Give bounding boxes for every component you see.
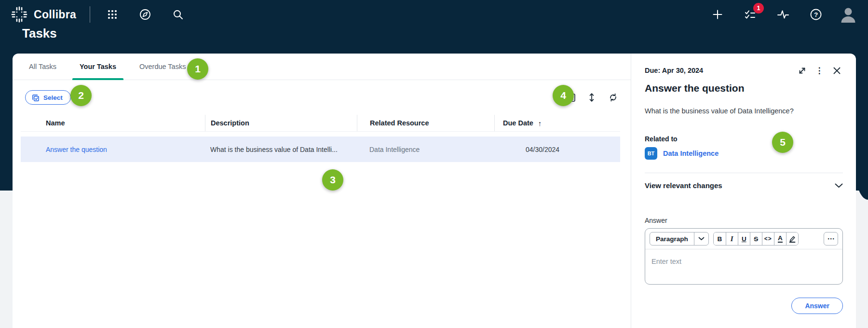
task-detail-panel: Due: Apr 30, 2024 ⋮ (631, 54, 856, 328)
column-header-name[interactable]: Name (21, 115, 205, 131)
svg-text:?: ? (814, 11, 818, 18)
annotation-marker-4: 4 (553, 85, 574, 106)
tasks-toolbar: Select (13, 80, 631, 115)
collibra-logo-icon (11, 6, 28, 23)
tasks-card: All Tasks Your Tasks Overdue Tasks Selec… (13, 54, 856, 328)
more-options-button[interactable]: ⋯ (824, 232, 838, 246)
related-resource-row: BT Data Intelligence (645, 147, 843, 160)
top-navigation-bar: Collibra 1 (0, 0, 868, 29)
bold-button[interactable]: B (714, 232, 726, 245)
kebab-menu-icon[interactable]: ⋮ (813, 64, 826, 77)
due-date-label: Due: Apr 30, 2024 (645, 67, 703, 74)
activity-pulse-icon[interactable] (773, 4, 794, 25)
tasks-table: Name Description Related Resource Due Da… (21, 115, 620, 162)
annotation-marker-1: 1 (187, 58, 208, 80)
paragraph-style-label: Paragraph (650, 232, 694, 245)
view-relevant-changes-label: View relevant changes (645, 181, 722, 190)
sort-ascending-icon[interactable]: ↑ (538, 119, 542, 127)
select-button-label: Select (43, 94, 63, 101)
text-color-button[interactable]: A (774, 232, 786, 245)
create-plus-icon[interactable] (707, 4, 728, 25)
highlight-pen-button[interactable] (786, 232, 798, 245)
close-icon[interactable] (830, 64, 843, 77)
tasks-checklist-icon[interactable]: 1 (740, 4, 761, 25)
code-button[interactable]: <> (762, 232, 774, 245)
strikethrough-button[interactable]: S (750, 232, 762, 245)
row-height-icon[interactable] (584, 90, 599, 105)
chevron-down-icon (694, 232, 708, 245)
table-row[interactable]: Answer the question What is the business… (21, 137, 620, 162)
annotation-marker-5: 5 (772, 132, 793, 153)
annotation-marker-2: 2 (70, 85, 92, 106)
answer-submit-button[interactable]: Answer (791, 298, 843, 314)
multi-select-icon (31, 94, 40, 102)
view-relevant-changes-toggle[interactable]: View relevant changes (645, 173, 843, 198)
task-name-link[interactable]: Answer the question (21, 146, 205, 153)
panel-footer: Answer (645, 298, 843, 314)
rich-text-editor: Paragraph B I U S <> A (645, 228, 843, 285)
tab-your-tasks[interactable]: Your Tasks (72, 54, 123, 80)
table-header-divider (21, 131, 620, 132)
column-header-due-date[interactable]: Due Date ↑ (494, 115, 620, 131)
page-title: Tasks (22, 26, 57, 41)
business-term-badge: BT (645, 147, 657, 160)
hero-background-curve (855, 159, 868, 200)
column-header-related-resource[interactable]: Related Resource (357, 115, 494, 131)
editor-toolbar: Paragraph B I U S <> A (645, 229, 842, 249)
answer-field-label: Answer (645, 217, 843, 224)
editor-input[interactable]: Enter text (645, 249, 842, 284)
user-avatar[interactable] (839, 5, 857, 24)
brand-name: Collibra (34, 8, 76, 21)
topbar-right-group: 1 ? (695, 4, 857, 25)
annotation-marker-3: 3 (322, 169, 343, 191)
column-header-description[interactable]: Description (205, 115, 357, 131)
chevron-down-icon (835, 183, 843, 188)
task-due-date-cell: 04/30/2024 (494, 146, 620, 153)
paragraph-style-dropdown[interactable]: Paragraph (650, 232, 709, 246)
panel-header-icons: ⋮ (796, 64, 843, 77)
explore-compass-icon[interactable] (135, 4, 156, 25)
related-to-label: Related to (645, 135, 843, 143)
task-title: Answer the question (645, 82, 843, 94)
help-icon[interactable]: ? (805, 4, 827, 25)
tab-all-tasks[interactable]: All Tasks (22, 54, 64, 80)
collibra-logo[interactable]: Collibra (11, 6, 76, 23)
underline-button[interactable]: U (738, 232, 750, 245)
task-description-cell: What is the business value of Data Intel… (205, 146, 357, 153)
task-related-resource-cell: Data Intelligence (357, 146, 494, 153)
expand-panel-icon[interactable] (796, 64, 808, 77)
notification-count-badge: 1 (753, 3, 764, 14)
tasks-main-column: All Tasks Your Tasks Overdue Tasks Selec… (13, 54, 631, 328)
format-button-group: B I U S <> A (713, 232, 799, 246)
refresh-sync-icon[interactable] (606, 90, 620, 105)
italic-button[interactable]: I (726, 232, 738, 245)
tab-overdue-tasks[interactable]: Overdue Tasks (132, 54, 193, 80)
panel-header: Due: Apr 30, 2024 ⋮ (645, 64, 843, 77)
apps-grid-icon[interactable] (102, 4, 123, 25)
topbar-divider (90, 6, 90, 23)
task-question-text: What is the business value of Data Intel… (645, 107, 843, 115)
search-icon[interactable] (167, 4, 189, 25)
tasks-tabbar: All Tasks Your Tasks Overdue Tasks (13, 54, 631, 80)
related-resource-link[interactable]: Data Intelligence (663, 150, 719, 157)
editor-placeholder: Enter text (651, 258, 681, 265)
select-button[interactable]: Select (25, 90, 71, 105)
table-header-row: Name Description Related Resource Due Da… (21, 115, 620, 131)
